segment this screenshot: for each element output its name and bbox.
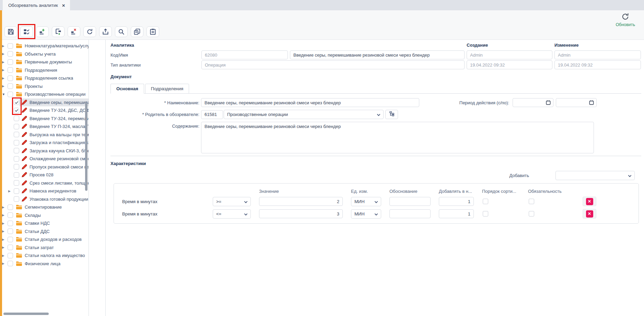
tree-checkbox[interactable]: [14, 188, 19, 194]
tree-checkbox[interactable]: [14, 164, 19, 169]
tree-checkbox[interactable]: [8, 51, 13, 57]
expand-icon[interactable]: ▶: [2, 68, 7, 72]
tree-checkbox[interactable]: [14, 148, 19, 153]
period-from-input[interactable]: [513, 98, 553, 107]
tree-checkbox[interactable]: [14, 196, 19, 202]
expand-icon[interactable]: ▶: [2, 238, 7, 241]
expand-icon[interactable]: ▶: [2, 254, 7, 257]
tree-checkbox[interactable]: [8, 75, 13, 81]
add-to-input[interactable]: [439, 209, 474, 218]
parent-code-input[interactable]: [201, 110, 223, 119]
tree-item[interactable]: Упаковка готовой продукции: [1, 195, 89, 203]
tree-checkbox[interactable]: [14, 132, 19, 137]
period-from-field[interactable]: [513, 98, 553, 107]
period-to-input[interactable]: [556, 98, 597, 107]
content-textarea[interactable]: Введение серы, перемешивание резиновой с…: [201, 122, 594, 153]
tree-checkbox[interactable]: [8, 92, 13, 97]
tree-checkbox[interactable]: [8, 83, 13, 89]
parent-tree-picker-button[interactable]: [385, 110, 398, 119]
tree-item[interactable]: Введение ТУ-324, перемешивани: [1, 115, 89, 123]
add-characteristic-select[interactable]: [555, 171, 635, 180]
refresh-button[interactable]: Обновить: [616, 12, 635, 27]
tree-item[interactable]: Введение ТУ П-324, масла ПН-6: [1, 122, 89, 131]
tree-checkbox[interactable]: [8, 67, 13, 73]
tree-checkbox[interactable]: [14, 108, 19, 113]
tree-folder[interactable]: ▶ Подразделения ссылка: [1, 74, 89, 82]
tree-item[interactable]: Загрузка каучука СКИ-3, б/ведро: [1, 147, 89, 155]
tree-checkbox[interactable]: [8, 237, 13, 242]
tree-folder[interactable]: ▶ Статьи доходов и расходов: [1, 235, 89, 244]
tree-checkbox[interactable]: [14, 180, 19, 186]
confirm-check-button[interactable]: [20, 26, 33, 37]
expand-icon[interactable]: ▶: [2, 60, 7, 64]
parent-select[interactable]: Производственные операции: [224, 110, 384, 119]
expand-icon[interactable]: ▶: [2, 230, 7, 233]
paste-button[interactable]: [147, 26, 159, 37]
expand-icon[interactable]: ▶: [2, 84, 7, 88]
expand-icon[interactable]: ▶: [2, 52, 7, 56]
tab-main[interactable]: Основная: [110, 84, 144, 94]
panel-splitter[interactable]: [89, 40, 105, 316]
expand-icon[interactable]: ▶: [8, 189, 13, 193]
tree-structure-button[interactable]: [52, 26, 65, 37]
tree-checkbox[interactable]: [14, 124, 19, 129]
comparator-select[interactable]: <=: [213, 209, 251, 219]
tree-checkbox[interactable]: [8, 43, 13, 49]
add-to-input[interactable]: [439, 197, 474, 206]
comparator-select[interactable]: >=: [213, 197, 251, 206]
tree-item[interactable]: ▶ Навеска ингредиентов: [1, 187, 89, 195]
analytics-type-input[interactable]: [201, 60, 465, 69]
tab-analytics-explorer[interactable]: Обозреватель аналитик ×: [3, 0, 70, 10]
tree-folder[interactable]: ▶ Объекты учета: [1, 50, 89, 58]
expand-icon[interactable]: ▶: [2, 44, 7, 48]
justification-input[interactable]: [389, 209, 431, 218]
tree-checkbox[interactable]: [8, 204, 13, 210]
code-input[interactable]: [201, 50, 288, 59]
sync-button[interactable]: [83, 26, 96, 37]
tree-checkbox[interactable]: [8, 229, 13, 234]
required-checkbox[interactable]: [529, 211, 534, 216]
tree-vertical-scrollbar[interactable]: [85, 103, 87, 191]
tree-checkbox[interactable]: [8, 221, 13, 226]
copy-button[interactable]: [131, 26, 143, 37]
period-to-field[interactable]: [556, 98, 597, 107]
tree-folder[interactable]: ▶ Ставки НДС: [1, 219, 89, 227]
tree-folder[interactable]: ▶ Сегментирование: [1, 203, 89, 211]
expand-icon[interactable]: ▶: [2, 222, 7, 225]
tree-horizontal-scrollbar[interactable]: [3, 313, 49, 315]
tree-item[interactable]: Загрузка и пластификация каучу: [1, 139, 89, 147]
tree-checkbox[interactable]: [14, 116, 19, 121]
tree-folder[interactable]: ▶ Статьи налога на имущество: [1, 251, 89, 260]
tree-item[interactable]: Срез смеси листами, толщиной: [1, 179, 89, 187]
tree-folder[interactable]: ▶ Статьи затрат: [1, 244, 89, 252]
required-checkbox[interactable]: [529, 199, 534, 204]
search-button[interactable]: [115, 26, 128, 37]
tree-checkbox[interactable]: [8, 253, 13, 258]
tree-folder[interactable]: ▶ Проекты: [1, 82, 89, 91]
value-input[interactable]: [259, 209, 343, 218]
tree-folder[interactable]: ▶ Номенклатура/материалы/услуги: [1, 42, 89, 50]
sort-order-checkbox[interactable]: [483, 211, 488, 216]
import-button[interactable]: [99, 26, 112, 37]
close-icon[interactable]: ×: [62, 3, 65, 8]
tab-subdivisions[interactable]: Подразделения: [145, 84, 189, 94]
unit-select[interactable]: МИН: [351, 197, 381, 206]
collapse-icon[interactable]: ▼: [2, 93, 7, 96]
value-input[interactable]: [259, 197, 343, 206]
tree-item[interactable]: Охлаждение резиновой смеси н: [1, 155, 89, 163]
modified-by-input[interactable]: [554, 50, 641, 59]
tree-checkbox[interactable]: [14, 140, 19, 145]
tree-folder[interactable]: ▶ Первичные документы: [1, 58, 89, 66]
delete-node-button[interactable]: [68, 26, 80, 37]
tree-folder[interactable]: ▶ Физические лица: [1, 260, 89, 268]
created-at-input[interactable]: [467, 60, 552, 69]
tree-checkbox[interactable]: [8, 212, 13, 218]
tree-folder[interactable]: ▶ Статьи ДДС: [1, 227, 89, 236]
tree-checkbox[interactable]: [14, 156, 19, 162]
tree-folder[interactable]: ▶ Склады: [1, 211, 89, 220]
tree-folder[interactable]: ▶ Подразделения: [1, 66, 89, 74]
save-button[interactable]: [4, 26, 17, 37]
tree-checkbox[interactable]: [8, 245, 13, 250]
name-short-input[interactable]: [290, 50, 465, 59]
tree-item[interactable]: Выгрузка на вальцы при темпер: [1, 131, 89, 139]
